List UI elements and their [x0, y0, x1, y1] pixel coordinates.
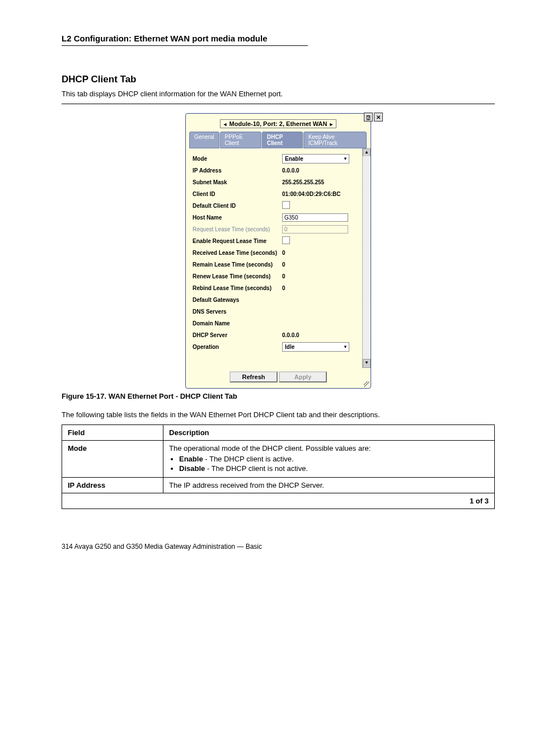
row-subnet-mask: Subnet Mask 255.255.255.255: [193, 177, 366, 187]
label-enable-request-lease-time: Enable Request Lease Time: [193, 238, 282, 244]
figure-number: Figure 15-17.: [62, 392, 106, 400]
field-name: IP Address: [62, 478, 163, 493]
label-mode: Mode: [193, 156, 282, 162]
row-operation: Operation Idle ▼: [193, 342, 366, 352]
desc-lead: The operational mode of the DHCP client.…: [169, 444, 371, 452]
operation-select[interactable]: Idle ▼: [282, 342, 349, 352]
value-client-id: 01:00:04:0D:29:C6:BC: [282, 191, 366, 197]
row-default-client-id: Default Client ID: [193, 200, 366, 211]
value-renew-lease-time: 0: [282, 273, 366, 279]
dialog-title-nav[interactable]: ◄ Module-10, Port: 2, Ethernet WAN ►: [220, 119, 337, 128]
continuation-cell: 1 of 3: [62, 493, 495, 509]
label-dhcp-server: DHCP Server: [193, 332, 282, 338]
default-client-id-checkbox[interactable]: [282, 201, 290, 209]
row-client-id: Client ID 01:00:04:0D:29:C6:BC: [193, 189, 366, 199]
divider: [62, 104, 495, 104]
scroll-down-icon[interactable]: ▼: [363, 359, 371, 368]
footer-left: 314 Avaya G250 and G350 Media Gateway Ad…: [62, 543, 262, 550]
wan-dhcp-dialog: ⍰ ✕ ◄ Module-10, Port: 2, Ethernet WAN ►…: [185, 113, 371, 389]
option-name: Disable: [179, 464, 205, 473]
option-desc: - The DHCP client is active.: [203, 455, 294, 463]
label-domain-name: Domain Name: [193, 320, 282, 326]
label-received-lease-time: Received Lease Time (seconds): [193, 250, 282, 256]
section-title: DHCP Client Tab: [62, 74, 495, 85]
value-received-lease-time: 0: [282, 250, 366, 256]
tab-strip: General PPPoE Client DHCP Client Keep Al…: [189, 132, 367, 148]
row-dns-servers: DNS Servers: [193, 306, 366, 316]
table-row-continuation: 1 of 3: [62, 493, 495, 509]
host-name-input[interactable]: [282, 213, 348, 222]
field-description: The IP address received from the DHCP Se…: [163, 478, 495, 493]
field-description: The operational mode of the DHCP client.…: [163, 441, 495, 478]
row-renew-lease-time: Renew Lease Time (seconds) 0: [193, 271, 366, 281]
table-row: IP Address The IP address received from …: [62, 478, 495, 493]
label-default-gateways: Default Gateways: [193, 297, 282, 303]
chevron-down-icon: ▼: [343, 156, 348, 161]
tab-dhcp-client[interactable]: DHCP Client: [262, 132, 303, 148]
scroll-track[interactable]: [363, 156, 371, 360]
row-default-gateways: Default Gateways: [193, 295, 366, 305]
request-lease-time-input: [282, 225, 348, 234]
dialog-title-label: Module-10, Port: 2, Ethernet WAN: [229, 120, 327, 127]
close-icon[interactable]: ✕: [374, 113, 383, 122]
label-renew-lease-time: Renew Lease Time (seconds): [193, 273, 282, 279]
value-rebind-lease-time: 0: [282, 285, 366, 291]
label-host-name: Host Name: [193, 214, 282, 221]
table-row: Mode The operational mode of the DHCP cl…: [62, 441, 495, 478]
row-ip-address: IP Address 0.0.0.0: [193, 165, 366, 175]
resize-grip-icon[interactable]: [364, 381, 369, 387]
form-scroll-region: ▲ ▼ Mode Enable ▼ IP Address: [186, 148, 371, 368]
chevron-down-icon: ▼: [343, 344, 348, 349]
section-description: This tab displays DHCP client informatio…: [62, 90, 495, 98]
row-received-lease-time: Received Lease Time (seconds) 0: [193, 248, 366, 258]
row-host-name: Host Name: [193, 212, 366, 222]
field-name: Mode: [62, 441, 163, 478]
refresh-button[interactable]: Refresh: [229, 371, 278, 382]
value-ip-address: 0.0.0.0: [282, 167, 366, 174]
label-client-id: Client ID: [193, 191, 282, 197]
fields-table: Field Description Mode The operational m…: [62, 424, 495, 509]
row-dhcp-server: DHCP Server 0.0.0.0: [193, 330, 366, 340]
label-request-lease-time: Request Lease Time (seconds): [193, 226, 282, 232]
label-default-client-id: Default Client ID: [193, 203, 282, 209]
fields-intro: The following table lists the fields in …: [62, 410, 495, 419]
qmark-icon[interactable]: ⍰: [364, 113, 373, 122]
prev-icon[interactable]: ◄: [223, 122, 228, 127]
next-icon[interactable]: ►: [329, 122, 334, 127]
value-subnet-mask: 255.255.255.255: [282, 179, 366, 185]
figure-caption: WAN Ethernet Port - DHCP Client Tab: [109, 392, 237, 400]
tab-pppoe-client[interactable]: PPPoE Client: [220, 132, 261, 148]
tab-keep-alive[interactable]: Keep Alive ICMP/Track: [303, 132, 367, 148]
label-remain-lease-time: Remain Lease Time (seconds): [193, 262, 282, 268]
dialog-footer: RefreshApply: [186, 368, 371, 388]
option-desc: - The DHCP client is not active.: [205, 464, 308, 473]
breadcrumb: L2 Configuration: Ethernet WAN port medi…: [62, 34, 495, 43]
row-rebind-lease-time: Rebind Lease Time (seconds) 0: [193, 283, 366, 293]
row-request-lease-time: Request Lease Time (seconds): [193, 224, 366, 234]
label-rebind-lease-time: Rebind Lease Time (seconds): [193, 285, 282, 291]
label-subnet-mask: Subnet Mask: [193, 179, 282, 185]
mode-select[interactable]: Enable ▼: [282, 154, 349, 164]
label-operation: Operation: [193, 344, 282, 350]
operation-select-value: Idle: [285, 344, 294, 350]
apply-button[interactable]: Apply: [279, 371, 327, 382]
enable-request-lease-time-checkbox[interactable]: [282, 236, 290, 244]
list-item: Enable - The DHCP client is active.: [179, 455, 489, 463]
label-dns-servers: DNS Servers: [193, 309, 282, 315]
tab-general[interactable]: General: [189, 132, 219, 148]
scrollbar[interactable]: ▲ ▼: [362, 148, 371, 368]
row-enable-request-lease-time: Enable Request Lease Time: [193, 236, 366, 246]
fields-header-field: Field: [62, 425, 163, 441]
value-remain-lease-time: 0: [282, 262, 366, 268]
mode-select-value: Enable: [285, 156, 303, 162]
row-domain-name: Domain Name: [193, 318, 366, 328]
row-remain-lease-time: Remain Lease Time (seconds) 0: [193, 259, 366, 269]
value-dhcp-server: 0.0.0.0: [282, 332, 366, 338]
option-name: Enable: [179, 455, 203, 463]
fields-header-description: Description: [163, 425, 495, 441]
divider: [62, 45, 308, 46]
label-ip-address: IP Address: [193, 167, 282, 174]
row-mode: Mode Enable ▼: [193, 153, 366, 164]
list-item: Disable - The DHCP client is not active.: [179, 464, 489, 473]
